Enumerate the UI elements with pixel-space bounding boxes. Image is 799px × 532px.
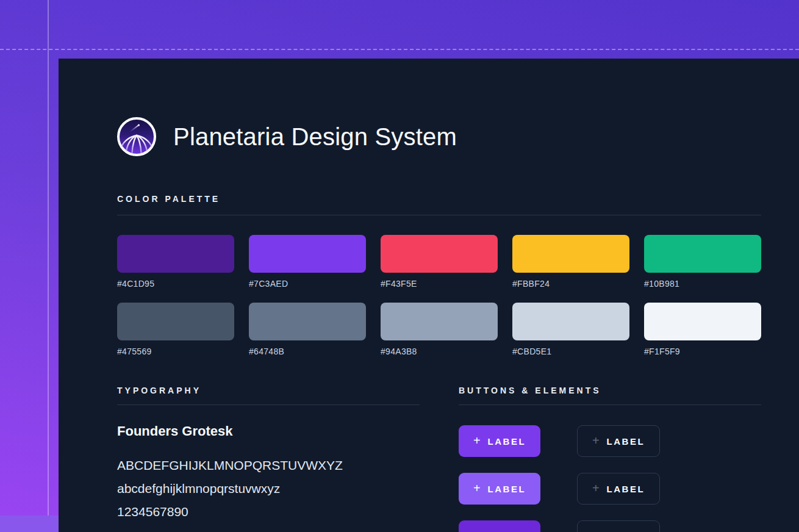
color-swatch-hex: #94A3B8 — [381, 347, 498, 356]
color-swatch-hex: #CBD5E1 — [512, 347, 629, 356]
vertical-guide-line — [48, 0, 49, 532]
plus-icon: + — [473, 530, 481, 532]
color-swatch-hex: #F1F5F9 — [644, 347, 761, 356]
section-divider-typography — [117, 404, 420, 405]
typography-specimen: Founders Grotesk ABCDEFGHIJKLMNOPQRSTUVW… — [117, 423, 343, 523]
specimen-numerals: 1234567890 — [117, 500, 343, 523]
section-heading-typography: TYPOGRAPHY — [117, 386, 201, 395]
brand-header: Planetaria Design System — [116, 116, 457, 157]
horizontal-guide-line — [0, 49, 799, 50]
color-swatch: #CBD5E1 — [512, 303, 629, 356]
design-system-panel: Planetaria Design System COLOR PALETTE #… — [59, 59, 799, 532]
section-heading-buttons: BUTTONS & ELEMENTS — [459, 386, 601, 395]
color-swatch-hex: #7C3AED — [249, 279, 366, 289]
button-label: LABEL — [488, 436, 526, 447]
button-label: LABEL — [607, 436, 645, 447]
plus-icon: + — [592, 530, 600, 532]
color-swatch-chip — [381, 303, 498, 340]
color-swatch-chip — [381, 235, 498, 273]
color-swatch: #7C3AED — [249, 235, 366, 289]
color-swatch: #4C1D95 — [117, 235, 234, 289]
color-swatch-hex: #475569 — [117, 347, 234, 356]
color-swatch: #F43F5E — [381, 235, 498, 289]
color-swatch-chip — [249, 303, 366, 340]
color-swatch-chip — [644, 303, 761, 340]
outline-label-button[interactable]: + LABEL — [577, 520, 660, 532]
section-heading-color-palette: COLOR PALETTE — [117, 194, 220, 204]
canvas-bottom-band — [0, 516, 59, 532]
button-label: LABEL — [488, 484, 526, 494]
color-swatch: #FBBF24 — [512, 235, 629, 289]
color-swatch: #64748B — [249, 303, 366, 356]
color-swatch-hex: #10B981 — [644, 279, 761, 289]
button-examples-grid: + LABEL + LABEL + LABEL + LABEL + LABEL … — [459, 425, 660, 532]
color-swatch: #10B981 — [644, 235, 761, 289]
color-swatch-chip — [249, 235, 366, 273]
color-swatch-chip — [512, 303, 629, 340]
plus-icon: + — [592, 482, 600, 494]
plus-icon: + — [473, 434, 481, 447]
color-swatch-chip — [644, 235, 761, 273]
filled-label-button[interactable]: + LABEL — [459, 425, 540, 457]
color-swatch: #F1F5F9 — [644, 303, 761, 356]
section-divider-buttons — [459, 404, 761, 405]
specimen-uppercase: ABCDEFGHIJKLMNOPQRSTUVWXYZ — [117, 454, 343, 477]
color-swatch-hex: #64748B — [249, 347, 366, 356]
font-name: Founders Grotesk — [117, 423, 343, 439]
section-divider-palette — [117, 215, 761, 215]
color-swatch: #475569 — [117, 303, 234, 356]
color-swatch-hex: #FBBF24 — [512, 279, 629, 289]
color-swatch-chip — [512, 235, 629, 273]
filled-label-button[interactable]: + LABEL — [459, 520, 540, 532]
color-swatch-chip — [117, 303, 234, 340]
specimen-lowercase: abcdefghijklmnopqrstuvwxyz — [117, 477, 343, 500]
page-title: Planetaria Design System — [173, 123, 457, 151]
outline-label-button[interactable]: + LABEL — [577, 425, 660, 457]
planetaria-logo-icon — [116, 116, 157, 157]
outline-label-button[interactable]: + LABEL — [577, 473, 660, 505]
plus-icon: + — [473, 482, 481, 494]
plus-icon: + — [592, 434, 600, 447]
filled-label-button[interactable]: + LABEL — [459, 473, 540, 505]
button-label: LABEL — [607, 484, 645, 494]
color-swatch-hex: #F43F5E — [381, 279, 498, 289]
color-swatch-grid: #4C1D95 #7C3AED #F43F5E #FBBF24 #10B981 … — [117, 235, 761, 356]
color-swatch-hex: #4C1D95 — [117, 279, 234, 289]
color-swatch: #94A3B8 — [381, 303, 498, 356]
color-swatch-chip — [117, 235, 234, 273]
